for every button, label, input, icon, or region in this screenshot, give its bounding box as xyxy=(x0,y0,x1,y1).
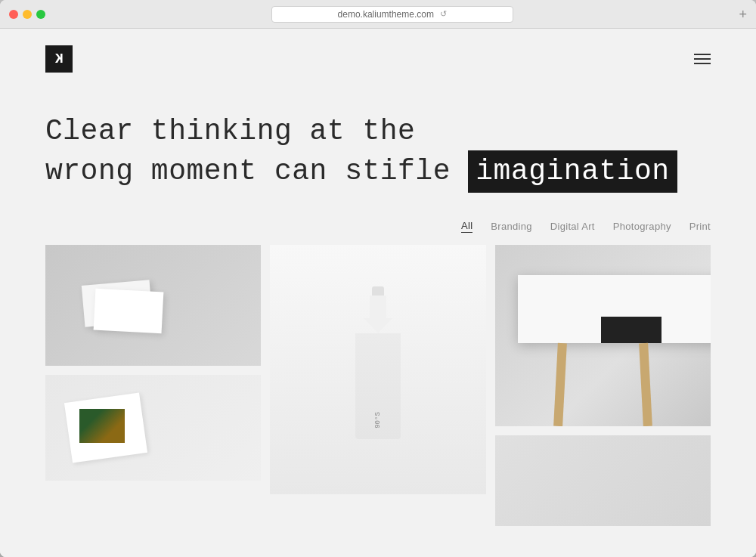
desk-leg-right xyxy=(639,342,652,425)
gallery-item-desk[interactable] xyxy=(495,245,711,426)
page-content: K Clear thinking at the wrong moment can… xyxy=(0,29,756,557)
filter-photography[interactable]: Photography xyxy=(613,221,671,232)
traffic-lights xyxy=(9,10,45,19)
address-bar: demo.kaliumtheme.com ↺ xyxy=(51,6,733,23)
bottle-shoulder xyxy=(364,318,392,333)
gallery-col-2: 90°S xyxy=(270,245,485,526)
gallery-item-bottle[interactable]: 90°S xyxy=(270,245,485,494)
close-button[interactable] xyxy=(9,10,18,19)
bottle-illustration: 90°S xyxy=(355,286,401,453)
gallery-item-photo-cards[interactable] xyxy=(45,375,261,481)
filter-all[interactable]: All xyxy=(461,220,472,233)
logo-icon: K xyxy=(55,51,64,67)
reload-icon[interactable]: ↺ xyxy=(440,9,447,19)
new-tab-button[interactable]: + xyxy=(739,8,747,21)
bottle-label: 90°S xyxy=(374,412,382,429)
browser-chrome: demo.kaliumtheme.com ↺ + xyxy=(0,0,756,29)
site-header: K xyxy=(0,29,756,89)
bottle-neck xyxy=(370,296,386,318)
desk-black-box xyxy=(601,317,662,343)
hero-line-2: wrong moment can stifle xyxy=(45,155,451,187)
bottle-cap xyxy=(372,286,384,296)
gallery-item-business-cards[interactable] xyxy=(45,245,261,366)
hamburger-line-1 xyxy=(694,54,711,55)
hero-section: Clear thinking at the wrong moment can s… xyxy=(0,89,756,208)
url-bar[interactable]: demo.kaliumtheme.com ↺ xyxy=(271,6,513,23)
highlighted-word: imagination xyxy=(468,150,677,192)
website: K Clear thinking at the wrong moment can… xyxy=(0,29,756,557)
hamburger-line-2 xyxy=(694,58,711,60)
maximize-button[interactable] xyxy=(36,10,45,19)
minimize-button[interactable] xyxy=(23,10,32,19)
hamburger-menu[interactable] xyxy=(694,54,711,64)
filter-nav: All Branding Digital Art Photography Pri… xyxy=(0,208,756,245)
desk-leg-left xyxy=(553,342,567,425)
gallery-col-1 xyxy=(45,245,261,526)
filter-branding[interactable]: Branding xyxy=(491,221,531,232)
browser-window: demo.kaliumtheme.com ↺ + K xyxy=(0,0,756,557)
gallery-col-3 xyxy=(495,245,711,526)
gallery: 90°S xyxy=(0,245,756,526)
gallery-item-bottom-right[interactable] xyxy=(495,435,711,526)
bottle-body: 90°S xyxy=(355,333,401,439)
url-text: demo.kaliumtheme.com xyxy=(338,9,434,20)
hamburger-line-3 xyxy=(694,63,711,64)
filter-print[interactable]: Print xyxy=(689,221,711,232)
hero-heading: Clear thinking at the wrong moment can s… xyxy=(45,112,711,193)
logo[interactable]: K xyxy=(45,45,73,73)
hero-line-1: Clear thinking at the xyxy=(45,115,415,147)
filter-digital-art[interactable]: Digital Art xyxy=(550,221,595,232)
